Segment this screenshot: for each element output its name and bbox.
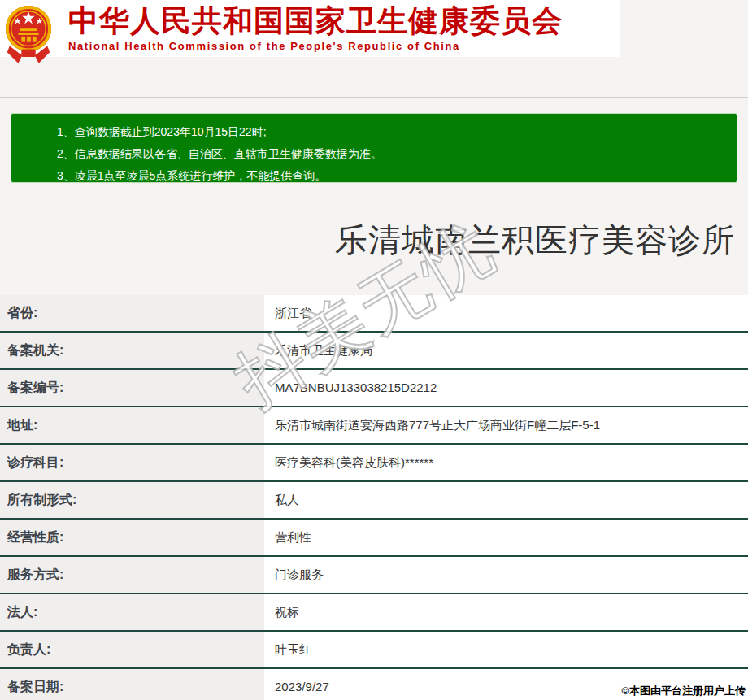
row-label: 所有制形式:	[0, 482, 264, 518]
row-label: 负责人:	[0, 632, 264, 667]
row-value: 医疗美容科(美容皮肤科)******	[264, 445, 748, 480]
table-row: 服务方式:门诊服务	[0, 557, 748, 594]
row-label: 经营性质:	[0, 520, 264, 555]
row-value: 私人	[264, 482, 748, 518]
row-label: 地址:	[0, 407, 264, 443]
row-label: 备案编号:	[0, 370, 264, 406]
table-row: 诊疗科目:医疗美容科(美容皮肤科)******	[0, 445, 748, 482]
row-label: 服务方式:	[0, 557, 264, 593]
row-label: 备案机关:	[0, 333, 264, 368]
upload-attribution-badge: ©本图由平台注册用户上传	[621, 684, 746, 698]
row-label: 备案日期:	[0, 669, 264, 700]
table-row: 经营性质:营利性	[0, 520, 748, 557]
record-table: 省份:浙江省备案机关:乐清市卫生健康局备案编号:MA7BNBUJ13303821…	[0, 295, 748, 700]
row-label: 省份:	[0, 295, 264, 331]
table-row: 法人:祝标	[0, 594, 748, 632]
row-value: 乐清市卫生健康局	[264, 333, 748, 368]
table-row: 所有制形式:私人	[0, 482, 748, 520]
china-national-emblem-icon	[3, 2, 54, 65]
notice-line-1: 1、查询数据截止到2023年10月15日22时;	[57, 121, 728, 143]
row-value: 叶玉红	[264, 632, 748, 667]
page-title: 乐清城南兰积医疗美容诊所	[0, 218, 735, 263]
table-row: 负责人:叶玉红	[0, 632, 748, 669]
header-titles: 中华人民共和国国家卫生健康委员会 National Health Commiss…	[68, 4, 605, 52]
table-row: 省份:浙江省	[0, 295, 748, 333]
row-label: 法人:	[0, 594, 264, 630]
notice-box: 1、查询数据截止到2023年10月15日22时; 2、信息数据结果以各省、自治区…	[11, 113, 737, 183]
header-divider	[0, 97, 748, 98]
row-label: 诊疗科目:	[0, 445, 264, 480]
header-title-en: National Health Commission of the People…	[68, 40, 605, 52]
row-value: 祝标	[264, 594, 748, 630]
row-value: 门诊服务	[264, 557, 748, 593]
table-row: 地址:乐清市城南街道宴海西路777号正大广场商业街F幢二层F-5-1	[0, 407, 748, 445]
row-value: 浙江省	[264, 295, 748, 331]
header-title-cn: 中华人民共和国国家卫生健康委员会	[68, 4, 605, 38]
row-value: 乐清市城南街道宴海西路777号正大广场商业街F幢二层F-5-1	[264, 407, 748, 443]
table-row: 备案编号:MA7BNBUJ133038215D2212	[0, 370, 748, 407]
site-header: 中华人民共和国国家卫生健康委员会 National Health Commiss…	[0, 0, 620, 57]
row-value: MA7BNBUJ133038215D2212	[264, 370, 748, 406]
notice-line-2: 2、信息数据结果以各省、自治区、直辖市卫生健康委数据为准。	[57, 143, 728, 165]
notice-line-3: 3、凌晨1点至凌晨5点系统进行维护，不能提供查询。	[57, 165, 728, 187]
table-row: 备案机关:乐清市卫生健康局	[0, 333, 748, 370]
row-value: 营利性	[264, 520, 748, 555]
